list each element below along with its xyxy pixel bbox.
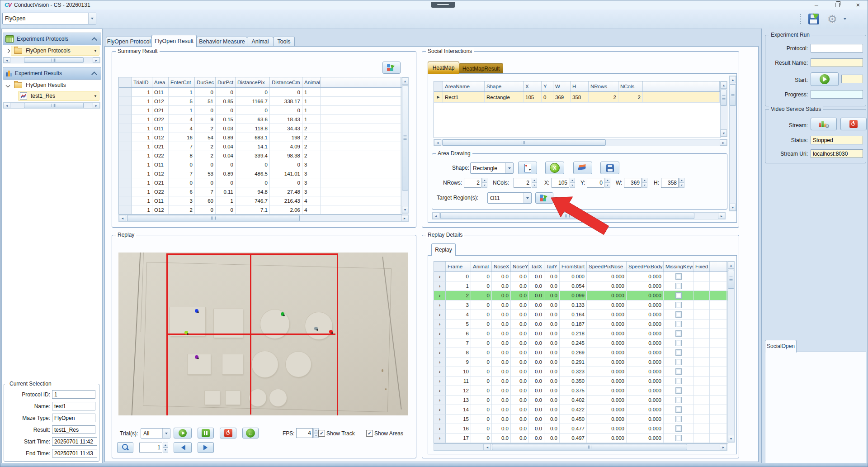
table-row[interactable]: 1O21000003 — [119, 178, 402, 187]
row-selector[interactable] — [119, 151, 132, 160]
missingkeys-checkbox[interactable] — [675, 359, 682, 365]
missingkeys-checkbox[interactable] — [675, 321, 682, 327]
row-selector[interactable]: › — [434, 405, 446, 415]
protocol-field[interactable] — [811, 44, 863, 52]
row-selector[interactable]: › — [434, 415, 446, 424]
scrollbar-thumb[interactable] — [442, 139, 606, 146]
content-hscrollbar[interactable]: ◄ ► — [432, 212, 726, 219]
apply-target-regions-button[interactable] — [535, 192, 553, 204]
column-header[interactable]: Fixed — [693, 262, 710, 272]
collapse-chevron-icon[interactable] — [91, 71, 97, 77]
h-stepper[interactable]: 358 — [661, 178, 684, 188]
table-row[interactable]: ›800.00.00.00.00.2690.0000.000 — [434, 348, 728, 357]
row-selector[interactable]: › — [434, 291, 446, 300]
scrollbar-thumb[interactable] — [440, 213, 694, 219]
row-selector[interactable] — [119, 115, 132, 124]
column-header[interactable]: NCols — [618, 81, 643, 91]
trials-select[interactable]: All — [141, 428, 170, 438]
frame-stepper[interactable]: 1 — [139, 443, 168, 453]
scroll-left-icon[interactable]: ◄ — [119, 215, 126, 221]
summary-hscrollbar[interactable]: ◄ ► — [118, 214, 409, 222]
column-header[interactable]: Shape — [485, 81, 524, 91]
row-selector[interactable]: › — [434, 281, 446, 291]
pause-button[interactable] — [198, 428, 214, 438]
settings-button[interactable]: ⚙ — [824, 11, 840, 27]
close-button[interactable]: × — [848, 0, 868, 10]
end-time-field[interactable] — [52, 449, 97, 457]
column-header[interactable]: TrialID — [132, 77, 152, 87]
row-selector[interactable]: › — [434, 376, 446, 386]
save-areas-button[interactable] — [600, 162, 619, 174]
column-header[interactable]: MissingKeys — [664, 262, 693, 272]
row-selector[interactable] — [119, 88, 132, 97]
progress-field[interactable] — [811, 90, 863, 99]
content-vscrollbar[interactable]: ▲ ▼ — [729, 76, 736, 211]
result-name-field[interactable] — [811, 58, 863, 67]
row-selector[interactable] — [119, 160, 132, 169]
toolbar-overflow-button[interactable] — [841, 15, 849, 23]
column-header[interactable]: SpeedPixNose — [587, 262, 627, 272]
table-row[interactable]: ›700.00.00.00.00.2450.0000.000 — [434, 338, 728, 348]
table-row[interactable]: ▶Rect1Rectangle105036935822 — [434, 92, 721, 103]
row-selector[interactable] — [119, 196, 132, 205]
missingkeys-checkbox[interactable] — [675, 340, 682, 346]
spin-up-icon[interactable] — [482, 178, 487, 183]
scroll-down-icon[interactable]: ▼ — [721, 129, 727, 137]
column-header[interactable]: DurPct — [216, 77, 236, 87]
table-row[interactable]: 1O11000003 — [119, 160, 402, 169]
table-row[interactable]: ›400.00.00.00.00.1640.0000.000 — [434, 310, 728, 319]
scrollbar-thumb[interactable] — [127, 215, 300, 221]
missingkeys-checkbox[interactable] — [675, 416, 682, 422]
spin-up-icon[interactable] — [163, 443, 168, 448]
expander-right-icon[interactable] — [6, 48, 10, 53]
column-header[interactable]: W — [553, 81, 571, 91]
table-row[interactable]: 1O21100001 — [119, 106, 402, 115]
scrollbar-thumb[interactable] — [492, 444, 687, 450]
save-export-button[interactable] — [805, 11, 822, 27]
collapse-chevron-icon[interactable] — [91, 37, 97, 43]
row-selector[interactable] — [119, 97, 132, 106]
target-regions-select[interactable]: O11 — [487, 192, 532, 204]
tree-item-test1-res[interactable]: test1_Res ▼ — [3, 91, 100, 101]
result-field[interactable] — [52, 425, 95, 434]
restart-button[interactable]: ← — [242, 428, 259, 438]
nrows-stepper[interactable]: 2 — [464, 178, 487, 188]
scrollbar-thumb[interactable] — [24, 57, 84, 63]
missingkeys-checkbox[interactable] — [675, 273, 682, 280]
column-header[interactable]: EnterCnt — [169, 77, 195, 87]
row-selector[interactable]: › — [434, 329, 446, 338]
w-stepper[interactable]: 369 — [624, 178, 647, 188]
missingkeys-checkbox[interactable] — [675, 425, 682, 432]
scrollbar-thumb[interactable] — [721, 90, 727, 106]
missingkeys-checkbox[interactable] — [675, 397, 682, 403]
table-row[interactable]: ›1000.00.00.00.00.3230.0000.000 — [434, 367, 728, 376]
minimize-button[interactable]: – — [806, 0, 827, 10]
table-row[interactable]: ›600.00.00.00.00.2180.0000.000 — [434, 329, 728, 338]
table-row[interactable]: ›500.00.00.00.00.1870.0000.000 — [434, 319, 728, 329]
column-header[interactable]: AreaName — [443, 81, 485, 91]
show-areas-checkbox[interactable]: ✓ — [366, 430, 373, 437]
chevron-down-icon[interactable] — [524, 193, 531, 203]
table-row[interactable]: 1O122007.12.064 — [119, 205, 402, 214]
next-frame-button[interactable] — [198, 442, 214, 453]
start-run-button[interactable] — [811, 72, 839, 86]
scroll-right-icon[interactable]: ► — [401, 215, 408, 221]
column-header[interactable]: NRows — [589, 81, 618, 91]
show-track-checkbox[interactable]: ✓ — [318, 430, 325, 437]
tab-behavior-measure[interactable]: Behavior Measure — [197, 37, 247, 47]
row-selector[interactable]: › — [434, 338, 446, 348]
table-row[interactable]: 1O125510.851166.7338.171 — [119, 97, 402, 106]
tree-item-flyopen-protocols[interactable]: FlyOpen Protocols ▼ — [3, 45, 100, 56]
table-row[interactable]: ›1700.00.00.00.00.4970.0000.000 — [434, 434, 728, 443]
areas-hscrollbar[interactable]: ◄ ► — [434, 139, 727, 146]
column-header[interactable]: DurSec — [195, 77, 216, 87]
row-selector[interactable]: › — [434, 357, 446, 367]
table-row[interactable]: ›1200.00.00.00.00.3750.0000.000 — [434, 386, 728, 396]
table-row[interactable]: ›100.00.00.00.00.0540.0000.000 — [434, 281, 728, 291]
row-selector[interactable] — [119, 142, 132, 151]
stream-config-button[interactable]: ⚙ — [811, 118, 837, 130]
row-selector[interactable]: › — [434, 310, 446, 319]
missingkeys-checkbox[interactable] — [675, 292, 682, 299]
chevron-down-icon[interactable]: ▼ — [94, 94, 97, 98]
tree-item-flyopen-results[interactable]: FlyOpen Results — [3, 80, 100, 91]
